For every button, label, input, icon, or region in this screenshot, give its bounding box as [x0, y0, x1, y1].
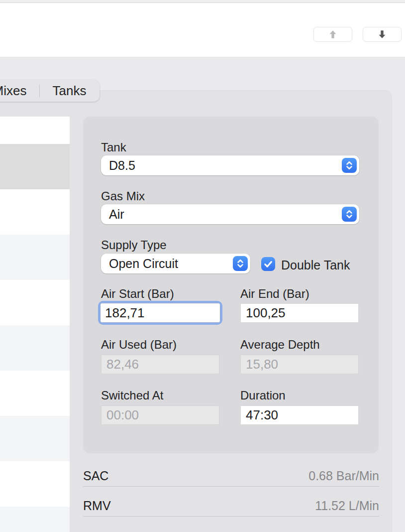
sac-label: SAC [83, 469, 108, 483]
list-item[interactable] [0, 280, 70, 325]
previous-dive-button[interactable] [313, 27, 352, 42]
tank-popup[interactable]: D8.5 [101, 155, 359, 175]
list-item[interactable] [0, 117, 70, 144]
list-item-selected[interactable] [0, 144, 70, 189]
tank-popup-value: D8.5 [101, 158, 342, 173]
popup-stepper-icon [342, 207, 357, 222]
air-used-label: Air Used (Bar) [101, 337, 177, 352]
popup-stepper-icon [233, 256, 248, 271]
gas-mix-label: Gas Mix [101, 189, 145, 204]
double-tank-checkbox[interactable] [261, 257, 275, 271]
supply-type-label: Supply Type [101, 238, 167, 253]
list-item[interactable] [0, 189, 70, 235]
air-end-input[interactable] [240, 303, 359, 323]
gas-mix-popup-value: Air [101, 207, 342, 222]
air-used-input [101, 355, 219, 374]
average-depth-input [240, 355, 359, 374]
list-item[interactable] [0, 416, 70, 461]
duration-label: Duration [240, 388, 286, 403]
arrow-down-icon [377, 29, 388, 40]
popup-stepper-icon [342, 158, 357, 173]
tab-mixes[interactable]: Mixes [0, 80, 39, 102]
duration-input[interactable] [240, 405, 359, 425]
air-start-input[interactable] [100, 303, 220, 323]
air-start-label: Air Start (Bar) [101, 286, 174, 301]
double-tank-label: Double Tank [281, 258, 350, 272]
list-item[interactable] [0, 325, 70, 371]
tank-label: Tank [101, 140, 126, 155]
switched-at-label: Switched At [101, 388, 163, 403]
tab-tanks[interactable]: Tanks [40, 80, 99, 102]
sac-value: 0.68 Bar/Min [180, 469, 379, 483]
supply-type-popup-value: Open Circuit [101, 257, 233, 271]
next-dive-button[interactable] [363, 27, 402, 42]
air-end-label: Air End (Bar) [240, 286, 309, 301]
gas-mix-popup[interactable]: Air [101, 204, 359, 224]
supply-type-popup[interactable]: Open Circuit [101, 254, 250, 273]
detail-tabs: Mixes Tanks [0, 80, 100, 102]
dive-list [0, 117, 70, 532]
list-item[interactable] [0, 507, 70, 532]
arrow-up-icon [327, 29, 338, 40]
list-item[interactable] [0, 235, 70, 280]
rmv-value: 11.52 L/Min [180, 499, 379, 513]
divider [83, 486, 379, 487]
divider [83, 516, 379, 517]
average-depth-label: Average Depth [240, 337, 320, 352]
list-item[interactable] [0, 461, 70, 507]
list-item[interactable] [0, 371, 70, 416]
air-start-focus-ring [98, 301, 222, 325]
rmv-label: RMV [83, 499, 111, 513]
checkmark-icon [262, 258, 274, 270]
toolbar [0, 3, 405, 57]
switched-at-input [101, 405, 219, 425]
